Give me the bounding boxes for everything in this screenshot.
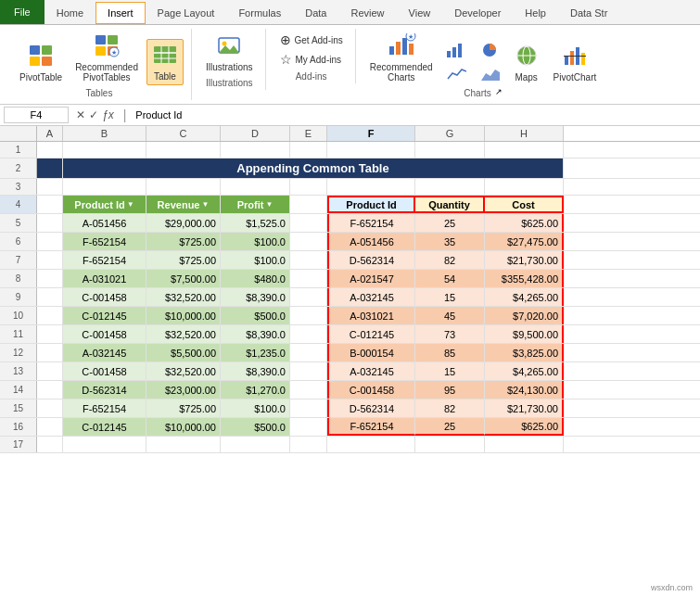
cell-d16[interactable]: $500.0 <box>221 418 290 436</box>
cell-b12[interactable]: A-032145 <box>63 344 146 361</box>
cell-h8[interactable]: $355,428.00 <box>485 270 564 287</box>
cell-d10[interactable]: $500.0 <box>221 307 290 324</box>
tab-home[interactable]: Home <box>45 2 95 24</box>
cell-c4-header[interactable]: Revenue ▼ <box>146 196 221 213</box>
cell-e3[interactable] <box>290 179 327 195</box>
cell-b13[interactable]: C-001458 <box>63 362 146 380</box>
cell-a13[interactable] <box>37 362 63 380</box>
cancel-formula-icon[interactable]: ✕ <box>76 108 85 121</box>
cell-g4-header[interactable]: Quantity <box>415 196 485 213</box>
cell-b14[interactable]: D-562314 <box>63 381 146 399</box>
cell-g8[interactable]: 54 <box>415 270 485 287</box>
cell-e6[interactable] <box>290 233 327 250</box>
cell-c6[interactable]: $725.00 <box>146 233 221 250</box>
cell-d8[interactable]: $480.0 <box>221 270 290 287</box>
formula-input[interactable] <box>132 108 696 122</box>
cell-f4-header[interactable]: Product Id <box>327 196 415 213</box>
tab-review[interactable]: Review <box>338 2 396 24</box>
cell-a4[interactable] <box>37 196 63 213</box>
cell-h1[interactable] <box>485 142 564 158</box>
cell-d4-header[interactable]: Profit ▼ <box>221 196 290 213</box>
cell-f10[interactable]: A-031021 <box>327 307 415 324</box>
cell-b4-header[interactable]: Product Id ▼ <box>63 196 146 213</box>
cell-e13[interactable] <box>290 362 327 380</box>
insert-function-icon[interactable]: ƒx <box>102 108 114 121</box>
cell-g7[interactable]: 82 <box>415 251 485 269</box>
cell-a10[interactable] <box>37 307 63 324</box>
pivot-table-button[interactable]: PivotTable <box>15 41 67 85</box>
recommended-charts-button[interactable]: ★ RecommendedCharts <box>365 31 438 85</box>
cell-c12[interactable]: $5,500.00 <box>146 344 221 361</box>
cell-g14[interactable]: 95 <box>415 381 485 399</box>
tab-insert[interactable]: Insert <box>95 2 146 24</box>
cell-c15[interactable]: $725.00 <box>146 399 221 417</box>
cell-a16[interactable] <box>37 418 63 436</box>
area-chart-button[interactable] <box>475 63 504 85</box>
cell-c13[interactable]: $32,520.00 <box>146 362 221 380</box>
cell-e8[interactable] <box>290 270 327 287</box>
cell-b5[interactable]: A-051456 <box>63 214 146 232</box>
cell-g1[interactable] <box>415 142 485 158</box>
cell-b1[interactable] <box>63 142 146 158</box>
cell-c3[interactable] <box>146 179 221 195</box>
cell-g16[interactable]: 25 <box>415 418 485 436</box>
cell-e17[interactable] <box>290 437 327 452</box>
col-header-a[interactable]: A <box>37 126 63 141</box>
cell-f15[interactable]: D-562314 <box>327 399 415 417</box>
cell-c16[interactable]: $10,000.00 <box>146 418 221 436</box>
cell-reference[interactable]: F4 <box>4 107 69 123</box>
cell-e14[interactable] <box>290 381 327 399</box>
cell-b15[interactable]: F-652154 <box>63 399 146 417</box>
revenue-dropdown[interactable]: ▼ <box>201 200 209 209</box>
cell-e4[interactable] <box>290 196 327 213</box>
cell-e10[interactable] <box>290 307 327 324</box>
cell-g17[interactable] <box>415 437 485 452</box>
cell-f17[interactable] <box>327 437 415 452</box>
cell-c11[interactable]: $32,520.00 <box>146 325 221 343</box>
table-button[interactable]: Table <box>146 39 184 85</box>
cell-b6[interactable]: F-652154 <box>63 233 146 250</box>
cell-a7[interactable] <box>37 251 63 269</box>
get-addins-button[interactable]: ⊕ Get Add-ins <box>275 31 348 49</box>
cell-e7[interactable] <box>290 251 327 269</box>
cell-g11[interactable]: 73 <box>415 325 485 343</box>
tab-page-layout[interactable]: Page Layout <box>146 2 227 24</box>
cell-c9[interactable]: $32,520.00 <box>146 288 221 306</box>
cell-b7[interactable]: F-652154 <box>63 251 146 269</box>
cell-d13[interactable]: $8,390.0 <box>221 362 290 380</box>
cell-e12[interactable] <box>290 344 327 361</box>
cell-c14[interactable]: $23,000.00 <box>146 381 221 399</box>
cell-b16[interactable]: C-012145 <box>63 418 146 436</box>
cell-a8[interactable] <box>37 270 63 287</box>
bar-chart-button[interactable] <box>441 39 471 61</box>
cell-g12[interactable]: 85 <box>415 344 485 361</box>
cell-e15[interactable] <box>290 399 327 417</box>
col-header-h[interactable]: H <box>485 126 564 141</box>
cell-d3[interactable] <box>221 179 290 195</box>
tab-data[interactable]: Data <box>293 2 338 24</box>
cell-b10[interactable]: C-012145 <box>63 307 146 324</box>
cell-h5[interactable]: $625.00 <box>485 214 564 232</box>
maps-button[interactable]: Maps <box>508 41 545 85</box>
cell-f1[interactable] <box>327 142 415 158</box>
cell-g9[interactable]: 15 <box>415 288 485 306</box>
cell-h7[interactable]: $21,730.00 <box>485 251 564 269</box>
line-chart-button[interactable] <box>441 63 471 85</box>
cell-e11[interactable] <box>290 325 327 343</box>
cell-a1[interactable] <box>37 142 63 158</box>
cell-f6[interactable]: A-051456 <box>327 233 415 250</box>
cell-f13[interactable]: A-032145 <box>327 362 415 380</box>
cell-f7[interactable]: D-562314 <box>327 251 415 269</box>
illustrations-button[interactable]: Illustrations <box>201 31 258 75</box>
cell-a6[interactable] <box>37 233 63 250</box>
cell-g6[interactable]: 35 <box>415 233 485 250</box>
cell-b9[interactable]: C-001458 <box>63 288 146 306</box>
cell-h16[interactable]: $625.00 <box>485 418 564 436</box>
cell-d14[interactable]: $1,270.0 <box>221 381 290 399</box>
cell-e9[interactable] <box>290 288 327 306</box>
cell-d12[interactable]: $1,235.0 <box>221 344 290 361</box>
cell-f12[interactable]: B-000154 <box>327 344 415 361</box>
cell-b3[interactable] <box>63 179 146 195</box>
cell-h3[interactable] <box>485 179 564 195</box>
cell-a5[interactable] <box>37 214 63 232</box>
